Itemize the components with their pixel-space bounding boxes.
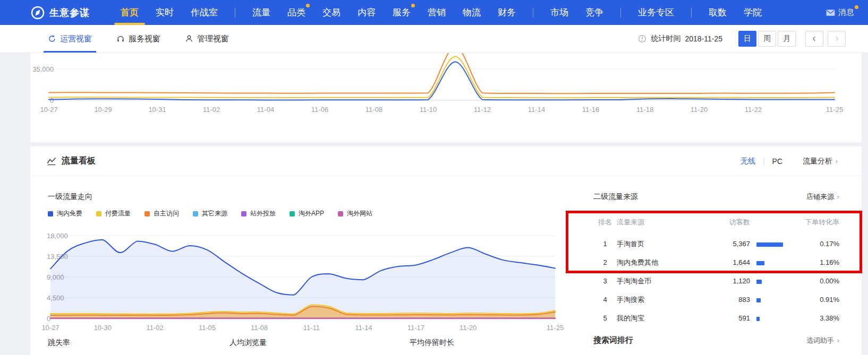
info-icon[interactable]	[638, 34, 646, 43]
period-group: 日 周 月	[738, 31, 796, 47]
legend-item-2[interactable]: 自主访问	[144, 209, 179, 218]
svg-text:11-02: 11-02	[146, 324, 163, 332]
legend-label: 自主访问	[154, 209, 179, 218]
pc-toggle[interactable]: PC	[772, 157, 782, 166]
cell-visitors: 591	[705, 314, 750, 322]
nav-item-16[interactable]: 业务专区	[638, 0, 674, 25]
legend-item-5[interactable]: 淘外APP	[290, 209, 324, 218]
word-helper-label: 选词助手	[806, 336, 834, 344]
word-helper-link[interactable]: 选词助手 ›	[806, 336, 839, 345]
svg-text:10-30: 10-30	[94, 324, 112, 332]
wireless-toggle[interactable]: 无线	[741, 157, 755, 166]
table-row-4[interactable]: 4手淘搜索8830.91%	[593, 290, 839, 309]
nav-item-6[interactable]: 交易	[322, 0, 341, 25]
nav-item-18[interactable]: 取数	[709, 0, 727, 25]
nav-item-9[interactable]: 营销	[428, 0, 446, 25]
period-month-button[interactable]: 月	[778, 31, 796, 47]
nav-item-0[interactable]: 首页	[121, 0, 139, 25]
nav-item-5[interactable]: 品类	[287, 0, 305, 25]
messages-label: 消息	[838, 7, 854, 18]
shop-sources-link[interactable]: 店铺来源 ›	[806, 192, 839, 202]
nav-item-label: 市场	[550, 6, 568, 19]
brand[interactable]: 生意参谋	[31, 6, 90, 20]
legend-item-3[interactable]: 其它来源	[193, 209, 227, 218]
prev-date-button[interactable]	[805, 31, 823, 47]
legend-item-0[interactable]: 淘内免费	[48, 209, 82, 218]
cell-rank: 4	[593, 296, 617, 304]
svg-text:11-20: 11-20	[691, 106, 708, 114]
tab-management-view[interactable]: 管理视窗	[185, 25, 229, 53]
legend-item-1[interactable]: 付费流量	[96, 209, 131, 218]
nav-divider	[691, 8, 692, 18]
cell-visitors: 883	[705, 296, 750, 304]
metric-avg-stay-time: 平均停留时长	[410, 338, 454, 348]
cell-source: 手淘搜索	[617, 295, 705, 305]
legend-label: 淘外APP	[299, 209, 324, 218]
nav-item-8[interactable]: 服务	[393, 0, 411, 25]
nav-item-13[interactable]: 市场	[550, 0, 568, 25]
legend-item-4[interactable]: 站外投放	[241, 209, 276, 218]
nav-item-label: 首页	[121, 6, 139, 19]
svg-text:11-12: 11-12	[474, 106, 491, 114]
nav-item-label: 服务	[393, 6, 411, 19]
cell-source: 手淘首页	[617, 239, 705, 249]
nav-item-10[interactable]: 物流	[463, 0, 481, 25]
nav-item-label: 物流	[463, 6, 481, 19]
legend-swatch	[48, 211, 53, 217]
view-tabs: 运营视窗 服务视窗 管理视窗	[48, 25, 229, 53]
visitors-bar	[756, 261, 764, 265]
date-controls: 统计时间 2018-11-25 日 周 月	[638, 31, 846, 47]
nav-item-2[interactable]: 作战室	[191, 0, 218, 25]
table-row-1[interactable]: 1手淘首页5,3670.17%	[593, 235, 839, 253]
table-row-3[interactable]: 3手淘淘金币1,1200.00%	[593, 272, 839, 290]
nav-item-label: 交易	[322, 6, 341, 19]
next-date-button[interactable]	[828, 31, 846, 47]
svg-text:11-06: 11-06	[311, 106, 328, 114]
nav-item-11[interactable]: 财务	[498, 0, 516, 25]
nav-item-19[interactable]: 学院	[744, 0, 762, 25]
svg-text:11-08: 11-08	[365, 106, 382, 114]
visitors-bar	[756, 243, 783, 247]
svg-text:35,000: 35,000	[32, 65, 54, 73]
legend-swatch	[144, 211, 150, 217]
svg-text:11-02: 11-02	[203, 106, 220, 114]
search-rank-header: 搜索词排行 选词助手 ›	[593, 335, 839, 345]
cell-conversion: 1.16%	[792, 258, 839, 266]
cell-bar	[750, 277, 792, 285]
tab-operations-view[interactable]: 运营视窗	[48, 25, 92, 53]
notification-dot	[306, 4, 310, 7]
legend-item-6[interactable]: 淘外网站	[338, 209, 372, 218]
svg-text:11-18: 11-18	[636, 106, 653, 114]
nav-item-label: 流量	[252, 6, 270, 19]
messages-button[interactable]: 消息	[826, 7, 854, 18]
chevron-right-icon: ›	[835, 336, 839, 344]
chevron-right-icon	[833, 35, 840, 42]
nav-divider	[533, 8, 533, 18]
table-row-2[interactable]: 2淘内免费其他1,6441.16%	[593, 253, 839, 272]
visitors-bar	[756, 317, 760, 321]
svg-text:11-04: 11-04	[257, 106, 274, 114]
table-row-5[interactable]: 5我的淘宝5913.38%	[593, 309, 839, 327]
nav-item-7[interactable]: 内容	[358, 0, 376, 25]
nav-item-label: 品类	[287, 6, 305, 19]
cell-conversion: 3.38%	[792, 314, 839, 322]
nav-item-1[interactable]: 实时	[156, 0, 174, 25]
legend-label: 淘外网站	[347, 209, 372, 218]
view-tab-bar: 运营视窗 服务视窗 管理视窗	[0, 25, 868, 53]
metric-pageviews-per-visitor: 人均浏览量	[229, 338, 267, 348]
period-day-button[interactable]: 日	[738, 31, 756, 47]
tab-service-view[interactable]: 服务视窗	[116, 25, 160, 53]
nav-item-4[interactable]: 流量	[252, 0, 270, 25]
cell-source: 我的淘宝	[617, 314, 705, 323]
nav-item-label: 营销	[428, 6, 446, 19]
table-header: 排名 流量来源 访客数 下单转化率	[593, 214, 839, 230]
traffic-board-title: 流量看板	[62, 155, 96, 167]
refresh-icon	[48, 34, 56, 43]
period-week-button[interactable]: 周	[758, 31, 776, 47]
visitor-trend-chart[interactable]: 035,00010-2710-2910-3111-0211-0411-0611-…	[30, 53, 862, 142]
nav-item-14[interactable]: 竞争	[585, 0, 603, 25]
nav-item-label: 作战室	[191, 6, 218, 19]
visitors-bar	[756, 280, 762, 284]
metric-bounce-rate: 跳失率	[48, 338, 70, 348]
traffic-analysis-link[interactable]: 流量分析 ›	[803, 157, 838, 166]
